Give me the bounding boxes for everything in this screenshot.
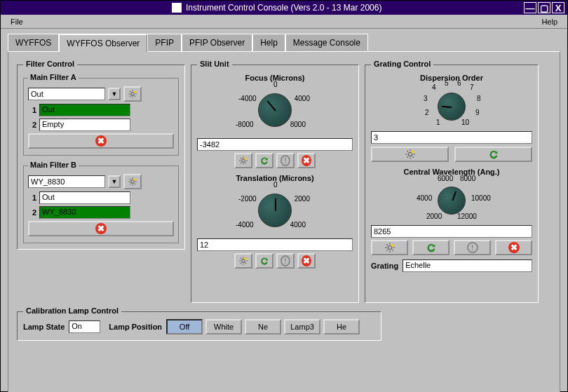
trans-tick-n2: -2000 bbox=[238, 195, 257, 203]
dispersion-refresh-button[interactable] bbox=[454, 147, 532, 162]
tab-pfip[interactable]: PFIP bbox=[147, 34, 182, 52]
refresh-icon bbox=[426, 242, 437, 253]
trans-tick-p2: 2000 bbox=[295, 195, 310, 203]
menu-help[interactable]: Help bbox=[537, 16, 562, 27]
filter-b-settings-button[interactable] bbox=[123, 174, 142, 189]
gear-icon bbox=[384, 242, 395, 253]
focus-tick-n8: -8000 bbox=[236, 121, 254, 128]
stop-icon: ✖ bbox=[508, 242, 520, 253]
calibration-title: Calibration Lamp Control bbox=[23, 306, 121, 315]
svg-point-4 bbox=[242, 159, 245, 163]
cwave-dial[interactable]: 6000 8000 4000 10000 2000 12000 bbox=[417, 176, 487, 225]
menu-file[interactable]: File bbox=[6, 16, 27, 27]
lamp-btn-he[interactable]: He bbox=[323, 319, 360, 334]
tab-content: Filter Control Main Filter A ▼ bbox=[8, 51, 560, 392]
filter-a-stop-button[interactable]: ✖ bbox=[28, 133, 174, 149]
trans-refresh-button[interactable] bbox=[255, 253, 273, 269]
tab-message-console[interactable]: Message Console bbox=[285, 34, 368, 52]
titlebar: Instrument Control Console (Vers 2.0 - 1… bbox=[1, 1, 567, 15]
minimize-button[interactable]: — bbox=[524, 2, 536, 13]
tab-wyffos[interactable]: WYFFOS bbox=[8, 34, 59, 52]
focus-value[interactable] bbox=[197, 138, 353, 151]
lamp-btn-lamp3[interactable]: Lamp3 bbox=[284, 319, 320, 334]
dispersion-dial[interactable]: 4 5 6 7 3 8 2 9 1 10 bbox=[417, 82, 487, 131]
disp-tick-7: 7 bbox=[470, 83, 474, 91]
cwave-tick-12: 12000 bbox=[457, 212, 477, 220]
filter-b-row2-val: WY_8830 bbox=[39, 206, 130, 219]
filter-a-settings-button[interactable] bbox=[123, 86, 142, 102]
trans-info-button[interactable]: ! bbox=[276, 253, 295, 269]
cwave-tick-2: 2000 bbox=[426, 212, 442, 220]
translation-dial[interactable]: 0 -2000 2000 -4000 4000 bbox=[240, 182, 310, 238]
filter-b-row1-val: Out bbox=[39, 191, 130, 204]
focus-dial[interactable]: 0 -4000 4000 -8000 8000 bbox=[240, 82, 310, 138]
trans-stop-button[interactable]: ✖ bbox=[297, 253, 316, 269]
svg-point-1 bbox=[133, 90, 136, 93]
filter-b-stop-button[interactable]: ✖ bbox=[28, 221, 174, 236]
cwave-tick-4: 4000 bbox=[417, 194, 432, 202]
tab-help[interactable]: Help bbox=[252, 34, 285, 52]
main-filter-b-group: Main Filter B ▼ 1 Out bbox=[23, 165, 179, 243]
info-icon: ! bbox=[467, 242, 478, 253]
filter-b-row2-num: 2 bbox=[28, 208, 36, 217]
disp-tick-10: 10 bbox=[461, 119, 469, 126]
tab-pfip-observer[interactable]: PFIP Observer bbox=[182, 34, 252, 52]
calibration-group: Calibration Lamp Control Lamp State On L… bbox=[17, 311, 381, 341]
lamp-state-value: On bbox=[69, 320, 100, 333]
focus-tick-n4: -4000 bbox=[238, 95, 257, 102]
filter-b-dropdown-icon[interactable]: ▼ bbox=[108, 175, 121, 188]
gear-icon bbox=[238, 256, 248, 266]
disp-tick-6: 6 bbox=[457, 79, 461, 87]
svg-point-2 bbox=[131, 180, 135, 184]
stop-icon: ✖ bbox=[95, 223, 107, 234]
cwave-refresh-button[interactable] bbox=[412, 240, 449, 255]
filter-a-row2-val: Empty bbox=[39, 119, 130, 131]
gear-icon bbox=[128, 88, 137, 100]
svg-point-3 bbox=[133, 178, 136, 181]
filter-a-dropdown-icon[interactable]: ▼ bbox=[108, 88, 121, 100]
dispersion-value[interactable] bbox=[371, 131, 532, 144]
filter-a-row1-val: Out bbox=[39, 104, 130, 116]
disp-tick-8: 8 bbox=[477, 95, 481, 102]
disp-tick-9: 9 bbox=[475, 109, 480, 116]
disp-tick-5: 5 bbox=[445, 79, 449, 87]
svg-point-9 bbox=[411, 151, 414, 154]
stop-icon: ✖ bbox=[95, 135, 107, 147]
focus-refresh-button[interactable] bbox=[255, 153, 273, 168]
close-button[interactable]: X bbox=[552, 2, 564, 13]
main-filter-a-group: Main Filter A ▼ 1 Out bbox=[23, 78, 179, 156]
focus-info-button[interactable]: ! bbox=[276, 153, 295, 168]
dispersion-settings-button[interactable] bbox=[371, 147, 449, 162]
trans-tick-n4: -4000 bbox=[236, 221, 254, 229]
translation-value[interactable] bbox=[197, 238, 353, 251]
filter-control-title: Filter Control bbox=[23, 60, 77, 68]
window-title: Instrument Control Console (Vers 2.0 - 1… bbox=[186, 3, 381, 13]
svg-point-0 bbox=[131, 93, 135, 96]
lamp-btn-ne[interactable]: Ne bbox=[245, 319, 281, 334]
app-window: Instrument Control Console (Vers 2.0 - 1… bbox=[0, 0, 568, 392]
cwave-stop-button[interactable]: ✖ bbox=[495, 240, 532, 255]
maximize-button[interactable]: ▢ bbox=[538, 2, 550, 13]
svg-point-5 bbox=[244, 157, 247, 160]
focus-settings-button[interactable] bbox=[234, 153, 252, 168]
disp-tick-3: 3 bbox=[424, 95, 428, 102]
gear-icon bbox=[405, 149, 416, 160]
stop-icon: ✖ bbox=[302, 255, 311, 266]
filter-a-row1-num: 1 bbox=[28, 106, 36, 114]
cwave-info-button[interactable]: ! bbox=[454, 240, 491, 255]
cwave-settings-button[interactable] bbox=[371, 240, 408, 255]
lamp-btn-off[interactable]: Off bbox=[166, 319, 203, 334]
focus-stop-button[interactable]: ✖ bbox=[297, 153, 316, 168]
lamp-btn-white[interactable]: White bbox=[205, 319, 242, 334]
filter-b-select[interactable] bbox=[28, 175, 105, 188]
cwave-value[interactable] bbox=[371, 225, 532, 238]
menubar: File Help bbox=[1, 15, 567, 29]
trans-settings-button[interactable] bbox=[234, 253, 252, 269]
tab-wyffos-observer[interactable]: WYFFOS Observer bbox=[59, 34, 147, 52]
svg-point-8 bbox=[408, 152, 412, 156]
filter-control-group: Filter Control Main Filter A ▼ bbox=[17, 65, 185, 250]
dispersion-title: Dispersion Order bbox=[371, 74, 532, 82]
slit-unit-title: Slit Unit bbox=[197, 60, 232, 68]
filter-a-select[interactable] bbox=[28, 88, 105, 100]
svg-point-7 bbox=[244, 257, 247, 260]
